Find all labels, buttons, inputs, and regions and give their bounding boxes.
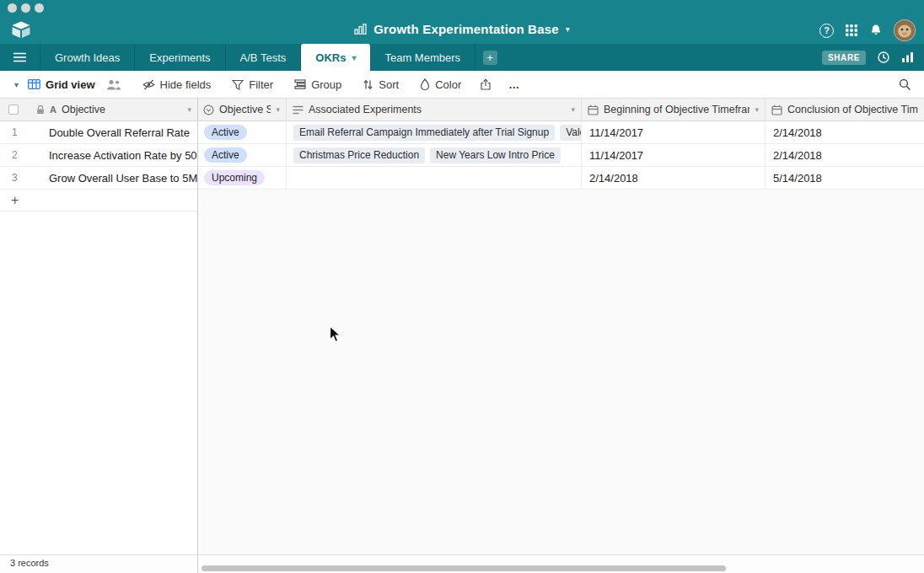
frozen-column-divider[interactable] [197, 98, 198, 573]
tab-team-members[interactable]: Team Members [370, 44, 475, 71]
column-label-conclusion-timeframe: Conclusion of Objective Timefra [787, 104, 918, 115]
view-sidebar-toggle-icon[interactable]: ▾ [14, 80, 19, 89]
tab-okrs-label: OKRs [315, 51, 346, 64]
more-options-ellipsis-icon[interactable]: … [508, 78, 519, 91]
column-header-objective-status[interactable]: Objective S... ▾ [197, 99, 287, 120]
tab-okrs[interactable]: OKRs ▾ [301, 44, 370, 71]
grid-footer: 3 records [0, 554, 924, 573]
row-number: 1 [0, 126, 40, 138]
calendar-field-icon [771, 104, 782, 115]
table-row: 1 Double Overall Referral Rate Active Em… [0, 121, 924, 144]
cell-objective-status[interactable]: Upcoming [197, 167, 287, 189]
window-zoom-button[interactable] [35, 3, 44, 13]
search-icon[interactable] [899, 78, 911, 91]
cell-objective-status[interactable]: Active [197, 121, 287, 143]
add-table-button[interactable]: + [475, 44, 504, 71]
sort-button[interactable]: Sort [363, 78, 399, 91]
view-toolbar: ▾ Grid view [0, 71, 924, 98]
cell-associated-experiments[interactable]: Christmas Price Reduction New Years Low … [287, 144, 582, 166]
column-header-associated-experiments[interactable]: Associated Experiments ▾ [287, 99, 582, 120]
base-title-bar[interactable]: Growth Experimentation Base ▾ [0, 22, 924, 36]
group-button[interactable]: Group [294, 78, 341, 91]
chevron-down-icon: ▾ [755, 105, 759, 114]
cell-objective[interactable]: Double Overall Referral Rate [40, 126, 197, 139]
filter-label: Filter [249, 78, 273, 91]
status-badge: Active [204, 147, 247, 163]
group-label: Group [311, 78, 341, 91]
filter-button[interactable]: Filter [232, 78, 273, 91]
top-bar: Growth Experimentation Base ▾ ? [0, 0, 924, 44]
chevron-down-icon: ▾ [276, 105, 280, 114]
blocks-chart-icon[interactable] [901, 51, 914, 63]
window-minimize-button[interactable] [21, 3, 30, 13]
status-badge: Upcoming [204, 170, 265, 185]
hide-fields-button[interactable]: Hide fields [142, 78, 212, 91]
tab-growth-ideas[interactable]: Growth Ideas [40, 44, 135, 71]
cell-beginning-timeframe[interactable]: 2/14/2018 [582, 167, 766, 189]
sort-arrows-icon [363, 79, 373, 90]
share-button[interactable]: SHARE [822, 51, 866, 65]
horizontal-scrollbar[interactable] [201, 565, 726, 571]
window-controls [8, 3, 44, 13]
cell-associated-experiments[interactable] [287, 167, 582, 189]
airtable-app-window: Growth Experimentation Base ▾ ? [0, 0, 924, 573]
cell-objective[interactable]: Grow Overall User Base to 5M [40, 172, 197, 185]
hamburger-menu-icon[interactable] [0, 44, 40, 71]
top-bar-actions: ? [819, 19, 916, 41]
color-button[interactable]: Color [420, 78, 461, 91]
cell-objective[interactable]: Increase Activation Rate by 50% [40, 149, 197, 162]
cell-conclusion-timeframe[interactable]: 2/14/2018 [766, 144, 924, 166]
chevron-down-icon: ▾ [187, 105, 191, 114]
plus-icon: + [483, 51, 497, 65]
chevron-down-icon: ▾ [566, 24, 570, 34]
hide-fields-eye-icon [142, 79, 155, 90]
linked-record-chip: Christmas Price Reduction [293, 147, 425, 163]
notifications-bell-icon[interactable] [869, 24, 883, 37]
apps-grid-icon[interactable] [845, 24, 858, 37]
add-row-button[interactable]: + [0, 190, 197, 212]
grid-empty-area [198, 190, 924, 554]
column-label-associated-experiments: Associated Experiments [309, 104, 566, 115]
select-all-checkbox[interactable] [8, 104, 19, 115]
tab-bar-actions: SHARE [822, 44, 924, 71]
filter-funnel-icon [232, 79, 244, 90]
column-label-beginning-timeframe: Beginning of Objective Timeframe [604, 104, 749, 115]
cell-objective-status[interactable]: Active [197, 144, 287, 166]
status-badge: Active [204, 125, 247, 140]
column-header-beginning-timeframe[interactable]: Beginning of Objective Timeframe ▾ [582, 99, 766, 120]
color-label: Color [435, 78, 461, 91]
table-row: 3 Grow Overall User Base to 5M Upcoming … [0, 167, 924, 190]
row-number: 2 [0, 149, 40, 161]
collaborators-icon[interactable] [106, 79, 121, 90]
linked-records-field-icon [293, 105, 304, 115]
tab-experiments[interactable]: Experiments [135, 44, 225, 71]
grid-header-row: A Objective ▾ Objective S... ▾ Associate… [0, 98, 924, 121]
cell-associated-experiments[interactable]: Email Referral Campaign Immediately afte… [287, 121, 582, 143]
chevron-down-icon: ▾ [571, 105, 575, 114]
base-chart-icon [354, 24, 367, 35]
table-row: 2 Increase Activation Rate by 50% Active… [0, 144, 924, 167]
hide-fields-label: Hide fields [160, 78, 212, 91]
user-avatar[interactable] [894, 19, 916, 41]
history-clock-icon[interactable] [877, 51, 890, 64]
text-field-icon: A [50, 104, 56, 115]
column-header-conclusion-timeframe[interactable]: Conclusion of Objective Timefra [766, 99, 924, 120]
view-switcher[interactable]: Grid view [28, 78, 95, 91]
column-label-objective: Objective [62, 104, 183, 115]
cell-beginning-timeframe[interactable]: 11/14/2017 [582, 121, 766, 143]
share-view-icon[interactable] [480, 78, 492, 90]
sort-label: Sort [379, 78, 399, 91]
group-rows-icon [294, 79, 306, 89]
chevron-down-icon: ▾ [352, 53, 356, 62]
cell-conclusion-timeframe[interactable]: 5/14/2018 [766, 167, 924, 189]
window-close-button[interactable] [8, 3, 17, 13]
cell-beginning-timeframe[interactable]: 11/14/2017 [582, 144, 766, 166]
grid-view-icon [28, 79, 40, 89]
help-icon[interactable]: ? [819, 24, 834, 38]
row-number: 3 [0, 172, 40, 184]
column-label-objective-status: Objective S... [219, 104, 271, 115]
tab-ab-tests[interactable]: A/B Tests [226, 44, 302, 71]
cell-conclusion-timeframe[interactable]: 2/14/2018 [766, 121, 924, 143]
plus-icon: + [11, 193, 19, 208]
column-header-objective[interactable]: A Objective ▾ [0, 99, 197, 120]
